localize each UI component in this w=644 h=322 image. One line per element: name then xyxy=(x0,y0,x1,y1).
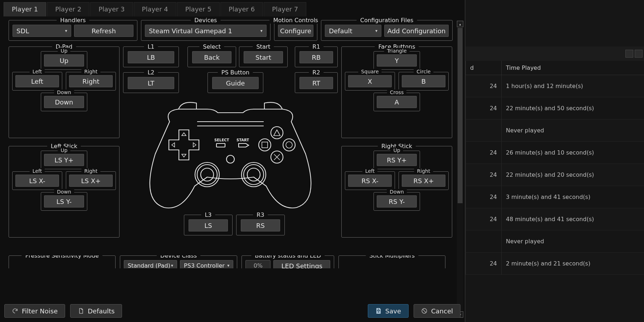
cell-updated: 24 xyxy=(465,142,501,164)
bind-dpad-down-button[interactable]: Down xyxy=(44,96,84,108)
table-row[interactable]: 2422 minute(s) and 20 second(s) xyxy=(465,164,644,186)
filter-noise-button[interactable]: Filter Noise xyxy=(4,304,65,318)
tab-player-5[interactable]: Player 5 xyxy=(177,2,220,16)
table-row[interactable]: 243 minute(s) and 41 second(s) xyxy=(465,186,644,208)
scroll-track[interactable] xyxy=(457,28,463,311)
tab-player-7[interactable]: Player 7 xyxy=(264,2,306,16)
col-updated[interactable]: d xyxy=(465,61,501,75)
svg-point-15 xyxy=(241,162,266,187)
view-grid-button[interactable] xyxy=(625,50,633,58)
cell-time-played: 3 minute(s) and 41 second(s) xyxy=(501,186,644,208)
bind-r2-button[interactable]: RT xyxy=(299,77,333,89)
bind-square-button[interactable]: X xyxy=(348,75,392,87)
table-row[interactable]: Never played xyxy=(465,119,644,142)
tab-player-3[interactable]: Player 3 xyxy=(90,2,133,16)
bind-l1-button[interactable]: LB xyxy=(128,51,174,63)
bind-cross-button[interactable]: A xyxy=(377,96,417,108)
handlers-dropdown-value: SDL xyxy=(16,27,29,35)
defaults-button[interactable]: Defaults xyxy=(70,304,122,318)
table-row[interactable]: Never played xyxy=(465,230,644,253)
table-header: d Time Played xyxy=(465,61,644,75)
table-row[interactable]: 2422 minute(s) and 50 second(s) xyxy=(465,97,644,119)
group-l3: L3 LS xyxy=(184,215,233,235)
tab-player-4[interactable]: Player 4 xyxy=(134,2,176,16)
scroll-up-button[interactable]: ▴ xyxy=(457,21,463,27)
svg-rect-6 xyxy=(262,142,268,148)
chevron-down-icon: ▾ xyxy=(227,263,229,268)
group-label: Devices xyxy=(191,17,220,24)
tab-player-6[interactable]: Player 6 xyxy=(220,2,263,16)
cell-updated xyxy=(465,230,501,252)
cell-time-played: 22 minute(s) and 20 second(s) xyxy=(501,164,644,186)
bind-rs-down-button[interactable]: RS Y- xyxy=(377,195,417,208)
bind-rs-left-button[interactable]: RS X- xyxy=(348,175,392,187)
table-row[interactable]: 242 minute(s) and 21 second(s) xyxy=(465,253,644,275)
tab-player-1[interactable]: Player 1 xyxy=(4,2,46,16)
col-time-played[interactable]: Time Played xyxy=(501,61,644,75)
bind-select-button[interactable]: Back xyxy=(192,51,231,63)
bind-ps-button[interactable]: Guide xyxy=(212,77,259,89)
bind-ls-left: Left LS X- xyxy=(12,171,62,190)
cancel-button[interactable]: Cancel xyxy=(414,304,460,318)
add-configuration-button[interactable]: Add Configuration xyxy=(384,25,449,37)
svg-rect-19 xyxy=(377,311,380,313)
bind-dpad-right: Right Right xyxy=(66,72,116,91)
bind-dpad-up-button[interactable]: Up xyxy=(44,54,84,67)
bind-circle: Circle B xyxy=(399,72,449,91)
scroll-thumb[interactable] xyxy=(458,28,463,203)
group-left-stick: Left Stick Up LS Y+ Left LS X- xyxy=(9,146,119,238)
bind-r1-button[interactable]: RB xyxy=(299,51,333,63)
svg-text:START: START xyxy=(236,138,249,142)
bind-ls-down-button[interactable]: LS Y- xyxy=(44,195,84,208)
bind-dpad-right-button[interactable]: Right xyxy=(69,75,113,87)
bind-l3-button[interactable]: LS xyxy=(189,219,228,231)
bind-ls-right: Right LS X+ xyxy=(66,171,116,190)
table-row[interactable]: 241 hour(s) and 12 minute(s) xyxy=(465,75,644,97)
group-l2: L2 LT xyxy=(123,72,179,93)
background-game-list: d Time Played 241 hour(s) and 12 minute(… xyxy=(465,0,644,322)
bind-dpad-left: Left Left xyxy=(12,72,62,91)
bind-dpad-down: Down Down xyxy=(41,93,87,111)
handlers-dropdown[interactable]: SDL ▾ xyxy=(13,25,71,37)
group-r3: R3 RS xyxy=(236,215,285,235)
controller-diagram: SELECT START xyxy=(143,97,318,215)
bind-rs-up-button[interactable]: RS Y+ xyxy=(377,154,417,166)
bind-ls-left-button[interactable]: LS X- xyxy=(15,175,59,187)
bind-triangle-button[interactable]: Y xyxy=(377,54,417,67)
bind-l2-button[interactable]: LT xyxy=(128,77,174,89)
bind-start-button[interactable]: Start xyxy=(244,51,283,63)
device-class-dropdown[interactable]: Standard (Pad)▾ xyxy=(124,260,177,268)
bind-r3-button[interactable]: RS xyxy=(241,219,280,231)
cell-time-played: 22 minute(s) and 50 second(s) xyxy=(501,97,644,119)
cell-time-played: 2 minute(s) and 21 second(s) xyxy=(501,253,644,274)
bind-circle-button[interactable]: B xyxy=(402,75,445,87)
tab-player-2[interactable]: Player 2 xyxy=(47,2,89,16)
vertical-scrollbar[interactable]: ▴ ▾ xyxy=(457,21,463,318)
svg-point-3 xyxy=(283,139,295,151)
table-row[interactable]: 2426 minute(s) and 10 second(s) xyxy=(465,142,644,164)
device-dropdown[interactable]: Steam Virtual Gamepad 1 ▾ xyxy=(145,25,267,37)
device-type-dropdown[interactable]: PS3 Controller▾ xyxy=(180,260,233,268)
refresh-icon xyxy=(12,308,18,314)
view-list-button[interactable] xyxy=(635,50,643,58)
table-row[interactable]: 2448 minute(s) and 41 second(s) xyxy=(465,208,644,230)
bind-ls-up-button[interactable]: LS Y+ xyxy=(44,154,84,166)
bind-rs-right-button[interactable]: RS X+ xyxy=(402,175,445,187)
cell-time-played: Never played xyxy=(501,119,644,141)
cancel-icon xyxy=(421,308,428,314)
group-label: Configuration Files xyxy=(357,17,417,24)
refresh-button[interactable]: Refresh xyxy=(74,25,133,37)
svg-point-13 xyxy=(197,165,217,185)
led-settings-button[interactable]: LED Settings xyxy=(273,260,330,268)
bind-dpad-left-button[interactable]: Left xyxy=(15,75,59,87)
motion-configure-button[interactable]: Configure xyxy=(278,25,313,37)
group-label: Handlers xyxy=(57,17,89,24)
group-pressure-sensitivity: Pressure Sensitivity Mode xyxy=(9,255,116,268)
save-button[interactable]: Save xyxy=(368,304,409,318)
chevron-down-icon: ▾ xyxy=(65,28,67,33)
bind-dpad-up: Up Up xyxy=(41,51,87,70)
svg-point-11 xyxy=(226,155,234,163)
config-dropdown[interactable]: Default ▾ xyxy=(325,25,381,37)
bind-ls-right-button[interactable]: LS X+ xyxy=(69,175,113,187)
svg-point-4 xyxy=(286,142,292,148)
